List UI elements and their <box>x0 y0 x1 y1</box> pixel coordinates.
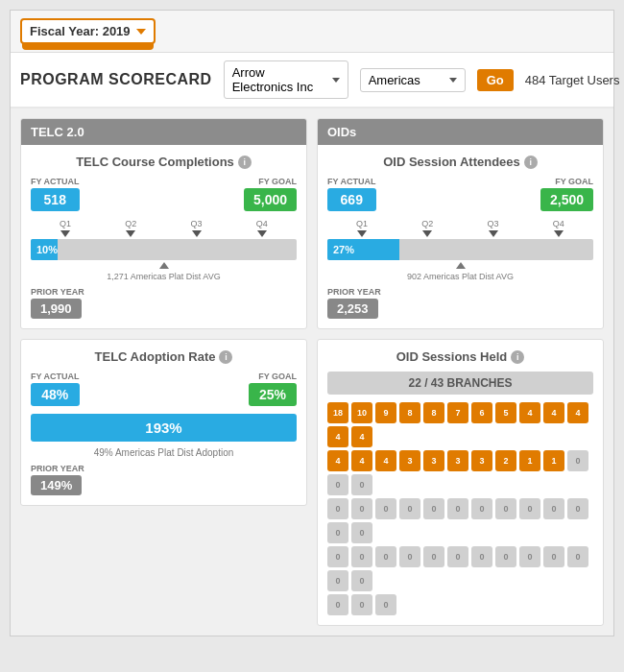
telc-prior-value: 1,990 <box>31 299 82 319</box>
telc-fy-actual-label: FY ACTUAL <box>31 177 80 186</box>
grid-cell: 0 <box>567 546 588 567</box>
target-users-label: 484 Target Users <box>525 73 620 87</box>
grid-cell: 0 <box>375 546 396 567</box>
grid-cell: 0 <box>447 498 468 519</box>
telc-adoption-goal-label: FY GOAL <box>249 372 297 381</box>
grid-cell: 0 <box>495 546 516 567</box>
q2-arrow-oid-icon <box>422 230 432 237</box>
grid-cell: 3 <box>423 450 444 471</box>
telc-adoption-fy-goal-box: FY GOAL 25% <box>249 372 297 406</box>
region-dropdown[interactable]: Americas <box>360 68 466 92</box>
telc-progress-fill: 10% <box>31 239 58 260</box>
content-area: TELC 2.0 TELC Course Completions i FY AC… <box>11 108 613 636</box>
grid-cell: 10 <box>351 402 372 423</box>
grid-cell: 0 <box>327 546 348 567</box>
grid-cell: 1 <box>543 450 564 471</box>
oid-prior-value: 2,253 <box>327 299 378 319</box>
grid-cell: 9 <box>375 402 396 423</box>
grid-cell: 1 <box>519 450 540 471</box>
telc-adoption-body: TELC Adoption Rate i FY ACTUAL 48% FY GO… <box>21 340 306 505</box>
oid-avg-text: 902 Americas Plat Dist AVG <box>407 272 514 281</box>
grid-row-1: 18 10 9 8 8 7 6 5 4 4 4 4 4 <box>327 402 593 447</box>
telc-progress-track: 10% <box>31 239 297 260</box>
oid-progress-fill: 27% <box>327 239 399 260</box>
telc-adoption-note: 49% Americas Plat Dist Adoption <box>31 447 297 458</box>
info-icon[interactable]: i <box>238 156 252 169</box>
telc-prior-label: PRIOR YEAR <box>31 287 297 297</box>
telc-fy-actual-value: 518 <box>31 188 80 211</box>
oid-fy-goal-value: 2,500 <box>540 188 593 211</box>
telc-course-completions-body: TELC Course Completions i FY ACTUAL 518 … <box>21 145 306 328</box>
grid-cell: 4 <box>375 450 396 471</box>
oid-sessions-held-card: OID Sessions Held i 22 / 43 BRANCHES 18 … <box>317 339 604 626</box>
q4-arrow-oid-icon <box>554 230 564 237</box>
telc-adoption-big-bar: 193% <box>31 414 297 442</box>
grid-cell: 0 <box>327 594 348 615</box>
telc-card-header: TELC 2.0 <box>21 119 306 145</box>
grid-cell: 4 <box>519 402 540 423</box>
info-icon-oid[interactable]: i <box>524 156 538 169</box>
avg-triangle-icon <box>159 262 169 269</box>
grid-cell: 0 <box>375 594 396 615</box>
region-label: Americas <box>369 73 420 87</box>
go-button[interactable]: Go <box>477 69 514 91</box>
oid-card-header: OIDs <box>318 119 603 145</box>
oid-session-attendees-body: OID Session Attendees i FY ACTUAL 669 FY… <box>318 145 603 328</box>
telc-adoption-fy-row: FY ACTUAL 48% FY GOAL 25% <box>31 372 297 406</box>
telc-quarter-bar: Q1 Q2 Q3 Q4 10% <box>31 219 297 281</box>
grid-row-4: 0 0 0 0 0 0 0 0 0 0 0 0 0 <box>327 546 593 591</box>
telc-avg-text: 1,271 Americas Plat Dist AVG <box>107 272 220 281</box>
telc-fy-row: FY ACTUAL 518 FY GOAL 5,000 <box>31 177 297 211</box>
telc-prior-year-section: PRIOR YEAR 1,990 <box>31 287 297 319</box>
grid-cell: 0 <box>423 546 444 567</box>
chevron-down-icon <box>136 29 146 35</box>
telc-adoption-prior-value: 149% <box>31 475 82 495</box>
oid-prior-label: PRIOR YEAR <box>327 287 593 297</box>
q3-arrow-icon <box>192 230 202 237</box>
grid-cell: 0 <box>327 570 348 591</box>
q1-arrow-oid-icon <box>357 230 367 237</box>
chevron-down-icon <box>332 78 340 83</box>
telc-adoption-card: TELC Adoption Rate i FY ACTUAL 48% FY GO… <box>20 339 307 506</box>
telc-adoption-prior-label: PRIOR YEAR <box>31 464 297 473</box>
fiscal-year-dropdown[interactable]: Fiscal Year: 2019 <box>20 18 156 44</box>
telc-adoption-goal-value: 25% <box>249 383 297 406</box>
company-label: Arrow Electronics Inc <box>232 65 327 94</box>
info-icon-sessions[interactable]: i <box>511 350 524 364</box>
oid-sessions-held-body: OID Sessions Held i 22 / 43 BRANCHES 18 … <box>318 340 603 625</box>
telc-adoption-fy-actual-box: FY ACTUAL 48% <box>31 372 80 406</box>
telc-adoption-prior-section: PRIOR YEAR 149% <box>31 464 297 495</box>
grid-cell: 0 <box>351 546 372 567</box>
oid-progress-pct: 27% <box>333 244 354 255</box>
grid-cell: 0 <box>351 594 372 615</box>
grid-cell: 0 <box>471 546 492 567</box>
grid-cell: 4 <box>327 426 348 447</box>
company-dropdown[interactable]: Arrow Electronics Inc <box>224 60 348 99</box>
grid-row-2: 4 4 4 3 3 3 3 2 1 1 0 0 0 <box>327 450 593 495</box>
grid-cell: 0 <box>351 498 372 519</box>
oid-quarter-arrows <box>327 230 593 237</box>
grid-cell: 8 <box>423 402 444 423</box>
oid-quarter-bar: Q1 Q2 Q3 Q4 27% <box>327 219 593 281</box>
info-icon-adoption[interactable]: i <box>219 350 232 364</box>
fiscal-year-label: Fiscal Year: 2019 <box>30 24 131 38</box>
grid-row-5: 0 0 0 <box>327 594 593 615</box>
grid-cell: 4 <box>327 450 348 471</box>
grid-cell: 7 <box>447 402 468 423</box>
telc-fy-goal-value: 5,000 <box>244 188 297 211</box>
grid-cell: 4 <box>351 426 372 447</box>
oid-quarter-labels: Q1 Q2 Q3 Q4 <box>327 219 593 228</box>
grid-cell: 0 <box>327 498 348 519</box>
grid-cell: 0 <box>351 522 372 543</box>
top-bar: Fiscal Year: 2019 <box>11 11 613 53</box>
grid-cell: 8 <box>399 402 420 423</box>
oid-column: OIDs OID Session Attendees i FY ACTUAL 6… <box>317 118 604 626</box>
grid-cell: 0 <box>567 498 588 519</box>
grid-cell: 0 <box>567 450 588 471</box>
oid-fy-actual-value: 669 <box>327 188 376 211</box>
oid-progress-track: 27% <box>327 239 593 260</box>
grid-cell: 6 <box>471 402 492 423</box>
telc-adoption-actual-label: FY ACTUAL <box>31 372 80 381</box>
grid-cell: 3 <box>399 450 420 471</box>
chevron-down-icon <box>449 78 457 83</box>
